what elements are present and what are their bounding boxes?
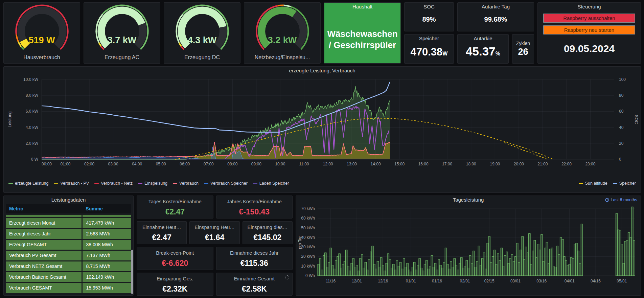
gauge-value: 3.2 kW (244, 35, 320, 46)
cost-panel-einnahme-heut-: Einnahme Heut…€2.47 (137, 221, 187, 244)
cost-panel-value: €1.64 (190, 233, 239, 242)
chart-title: Tagesleistung (296, 196, 641, 204)
legend-item-verbrauch-netz[interactable]: Verbrauch - Netz (94, 181, 133, 186)
cost-panel-jahres-kosten-einnahme: Jahres Kosten/Einnahme€-150.43 (216, 196, 293, 219)
table-row: Erzeugt diesen Monat417.479 kWh (6, 218, 131, 228)
legend-item-laden-speicher[interactable]: Laden Speicher (253, 181, 289, 186)
table-row: Erzeugt GESAMT38.008 MWh (6, 240, 131, 250)
summe-cell: 38.008 MWh (83, 240, 131, 250)
legend-swatch (613, 183, 617, 184)
gauge-panel-erzeugung-ac: 3.7 kW Erzeugung AC (84, 2, 160, 64)
svg-text:60 kWh: 60 kWh (301, 216, 315, 221)
raspberry-restart-button[interactable]: Raspberry neu starten (543, 25, 635, 35)
svg-text:11:00: 11:00 (299, 162, 309, 166)
legend-label: Einspeisung (144, 181, 167, 186)
speicher-unit: W (442, 51, 447, 56)
svg-text:14:00: 14:00 (371, 162, 381, 166)
table-row: Verbrauch PV Gesamt7.137 MWh (6, 251, 131, 260)
cost-panel-einsparung-ges-: Einsparung Ges.€2.32K (137, 273, 213, 296)
svg-text:04/16: 04/16 (591, 279, 601, 283)
legend-swatch (253, 183, 257, 184)
svg-text:04:00: 04:00 (132, 162, 142, 166)
time-range-link[interactable]: Last 6 months (605, 198, 637, 202)
autarkie-tag-value: 99.68% (458, 16, 534, 23)
cost-panel-einsparung-dies-: Einsparung dies…€145.02 (243, 221, 293, 244)
cost-panel-title: Einsparung Ges. (137, 276, 213, 281)
legend-swatch (8, 183, 13, 184)
metric-cell: Erzeugt diesen Monat (6, 218, 82, 228)
svg-text:10:00: 10:00 (275, 162, 285, 166)
chart-title: erzeugte Leistung, Verbrauch (4, 67, 641, 75)
legend-item-speicher[interactable]: Speicher (613, 181, 636, 186)
column-header-summe[interactable]: Summe (82, 204, 131, 213)
soc-value: 89% (405, 16, 454, 23)
svg-text:20 kWh: 20 kWh (301, 254, 315, 259)
chart-legend: erzeugte LeistungVerbrauch - PVVerbrauch… (4, 180, 641, 186)
legend-left-group: erzeugte LeistungVerbrauch - PVVerbrauch… (8, 181, 289, 186)
cost-panel-value: €145.02 (243, 233, 292, 242)
cost-panel-value: €2.47 (137, 233, 186, 242)
legend-label: Verbrauch - Netz (101, 181, 133, 186)
steuerung-panel: Steuerung Raspberry ausschaltenRaspberry… (537, 2, 641, 64)
svg-text:02/15: 02/15 (484, 279, 495, 283)
svg-text:60: 60 (619, 109, 624, 114)
svg-text:01/16: 01/16 (432, 279, 442, 283)
summe-cell: 8.715 MWh (83, 261, 131, 271)
legend-item-einspeisung[interactable]: Einspeisung (138, 181, 167, 186)
panel-title: Leistungsdaten (4, 196, 133, 204)
cost-panel-title: Einnahme Gesamt (216, 276, 293, 281)
date-display: 09.05.2024 (538, 43, 641, 54)
svg-text:SOC: SOC (634, 115, 639, 124)
svg-text:0 W: 0 W (31, 157, 39, 162)
legend-item-verbrauch-pv[interactable]: Verbrauch - PV (54, 181, 89, 186)
leistungsdaten-table-panel: Leistungsdaten Metric Summe Erzeugt dies… (3, 196, 134, 296)
time-range-label: Last 6 months (611, 198, 637, 202)
svg-text:07:00: 07:00 (204, 162, 214, 166)
svg-text:01:00: 01:00 (61, 162, 71, 166)
legend-item-erzeugte-leistung[interactable]: erzeugte Leistung (8, 181, 48, 186)
table-row: Verbrauch GESAMT15.953 MWh (6, 283, 131, 293)
legend-label: Verbrauch - PV (60, 181, 89, 186)
steuerung-buttons: Raspberry ausschaltenRaspberry neu start… (538, 14, 641, 35)
cost-panel-value: €2.58K (216, 284, 293, 294)
zyklen-stat-panel: Zyklen 26 (512, 34, 534, 64)
cost-panel-value: €-150.43 (216, 207, 293, 216)
cost-panel-value: €115.36 (216, 259, 293, 268)
metric-cell: Verbrauch GESAMT (6, 283, 82, 293)
gauge-label: Erzeugung DC (164, 54, 240, 61)
cost-panel-title: Einnahme Heut… (137, 225, 186, 230)
column-header-metric[interactable]: Metric (6, 204, 82, 213)
svg-text:pro Tag: pro Tag (298, 235, 302, 249)
svg-text:05:00: 05:00 (156, 162, 166, 166)
svg-text:20:00: 20:00 (514, 162, 524, 166)
svg-text:02/01: 02/01 (460, 279, 470, 283)
svg-text:23:00: 23:00 (585, 162, 595, 166)
svg-text:70 kWh: 70 kWh (301, 206, 315, 211)
svg-text:08:00: 08:00 (227, 162, 237, 166)
summe-cell: 417.479 kWh (83, 218, 131, 228)
legend-swatch (579, 183, 583, 184)
legend-label: Verbrauch Speicher (210, 181, 248, 186)
summe-cell: 2.563 MWh (83, 229, 131, 239)
cost-panel-title: Einsparung dies… (243, 225, 292, 230)
gauge-value: 519 W (4, 35, 80, 46)
svg-text:12/16: 12/16 (378, 279, 388, 283)
haushalt-status-line1: Wäschewaschen (324, 28, 400, 40)
svg-text:09:00: 09:00 (251, 162, 261, 166)
legend-item-sun-altitude[interactable]: Sun altitude (579, 181, 607, 186)
cost-panel-value: €2.32K (137, 284, 213, 294)
svg-text:6.0 kW: 6.0 kW (26, 109, 39, 114)
svg-text:03/16: 03/16 (536, 279, 547, 283)
raspberry-off-button[interactable]: Raspberry ausschalten (543, 14, 635, 23)
table-scrollbar[interactable] (131, 250, 133, 294)
legend-item-verbrauch-speicher[interactable]: Verbrauch Speicher (204, 181, 248, 186)
cost-panel-title: Break-even-Point (137, 250, 213, 256)
svg-text:2.0 kW: 2.0 kW (26, 141, 39, 146)
legend-right-group: Sun altitudeSpeicher (579, 181, 636, 186)
svg-text:12:00: 12:00 (323, 162, 333, 166)
gauge-panel-hausverbrauch: 519 W Hausverbrauch (3, 2, 80, 64)
cost-panel-tages-kosten-einnahme: Tages Kosten/Einnahme€2.47 (137, 196, 213, 219)
svg-text:04/01: 04/01 (565, 279, 575, 283)
svg-text:8.0 kW: 8.0 kW (26, 93, 39, 98)
legend-item-verbrauch[interactable]: Verbrauch (173, 181, 199, 186)
